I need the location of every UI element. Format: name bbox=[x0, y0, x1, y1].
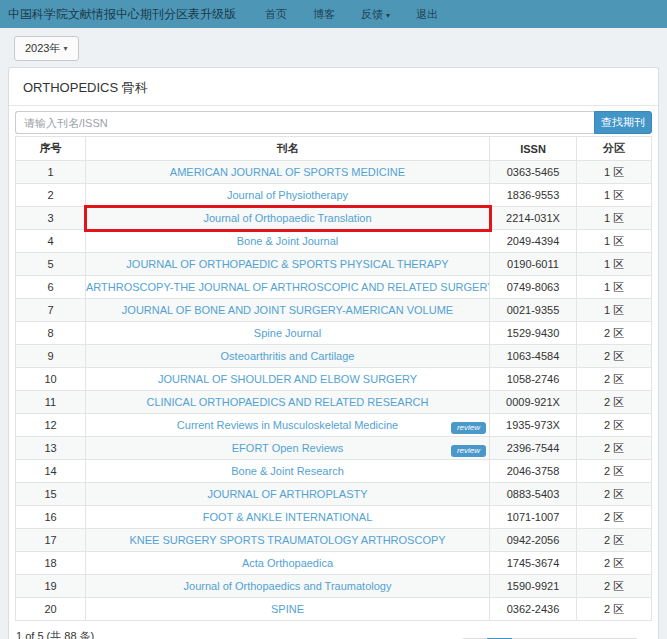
row-issn: 2046-3758 bbox=[490, 460, 577, 483]
row-index: 8 bbox=[16, 322, 86, 345]
highlighted-journal-cell: Journal of Orthopaedic Translation bbox=[86, 207, 490, 230]
journal-link[interactable]: Journal of Orthopaedic Translation bbox=[203, 212, 371, 224]
row-index: 1 bbox=[16, 161, 86, 184]
journal-cell: JOURNAL OF ORTHOPAEDIC & SPORTS PHYSICAL… bbox=[86, 253, 490, 276]
journal-cell: Bone & Joint Journal bbox=[86, 230, 490, 253]
table-row: 5JOURNAL OF ORTHOPAEDIC & SPORTS PHYSICA… bbox=[16, 253, 652, 276]
row-partition: 2 区 bbox=[577, 483, 652, 506]
journal-search-input[interactable] bbox=[15, 111, 594, 134]
row-partition: 2 区 bbox=[577, 368, 652, 391]
nav-item-feedback[interactable]: 反馈▾ bbox=[361, 7, 390, 22]
journal-cell: Acta Orthopaedica bbox=[86, 552, 490, 575]
journal-cell: Journal of Physiotherapy bbox=[86, 184, 490, 207]
year-dropdown-button[interactable]: 2023年 ▾ bbox=[14, 36, 79, 61]
journal-link[interactable]: Journal of Orthopaedics and Traumatology bbox=[184, 580, 392, 592]
row-index: 14 bbox=[16, 460, 86, 483]
journal-cell: Current Reviews in Musculoskeletal Medic… bbox=[86, 414, 490, 437]
table-row: 17KNEE SURGERY SPORTS TRAUMATOLOGY ARTHR… bbox=[16, 529, 652, 552]
journal-cell: CLINICAL ORTHOPAEDICS AND RELATED RESEAR… bbox=[86, 391, 490, 414]
header-index: 序号 bbox=[16, 137, 86, 161]
row-partition: 2 区 bbox=[577, 460, 652, 483]
table-row: 14Bone & Joint Research2046-37582 区 bbox=[16, 460, 652, 483]
journal-link[interactable]: Bone & Joint Research bbox=[231, 465, 344, 477]
nav-item-blog[interactable]: 博客 bbox=[313, 7, 335, 22]
row-index: 10 bbox=[16, 368, 86, 391]
row-issn: 1590-9921 bbox=[490, 575, 577, 598]
journal-link[interactable]: ARTHROSCOPY-THE JOURNAL OF ARTHROSCOPIC … bbox=[86, 281, 490, 293]
journal-panel: ORTHOPEDICS 骨科 查找期刊 序号 刊名 ISSN 分区 1AMERI… bbox=[8, 67, 659, 639]
journal-link[interactable]: KNEE SURGERY SPORTS TRAUMATOLOGY ARTHROS… bbox=[129, 534, 445, 546]
table-row: 8Spine Journal1529-94302 区 bbox=[16, 322, 652, 345]
table-footer: 1 of 5 (共 88 条) «12345» bbox=[15, 627, 652, 639]
row-index: 17 bbox=[16, 529, 86, 552]
row-partition: 1 区 bbox=[577, 253, 652, 276]
journal-link[interactable]: CLINICAL ORTHOPAEDICS AND RELATED RESEAR… bbox=[147, 396, 429, 408]
row-partition: 2 区 bbox=[577, 506, 652, 529]
table-row: 9Osteoarthritis and Cartilage1063-45842 … bbox=[16, 345, 652, 368]
search-journal-button[interactable]: 查找期刊 bbox=[594, 111, 652, 134]
nav-item-label: 退出 bbox=[416, 8, 438, 20]
journal-cell: JOURNAL OF SHOULDER AND ELBOW SURGERY bbox=[86, 368, 490, 391]
row-index: 20 bbox=[16, 598, 86, 621]
nav-item-logout[interactable]: 退出 bbox=[416, 7, 438, 22]
journal-link[interactable]: Journal of Physiotherapy bbox=[227, 189, 348, 201]
journal-link[interactable]: JOURNAL OF ARTHROPLASTY bbox=[207, 488, 367, 500]
journal-cell: JOURNAL OF BONE AND JOINT SURGERY-AMERIC… bbox=[86, 299, 490, 322]
nav-item-label: 反馈 bbox=[361, 8, 383, 20]
journal-cell: KNEE SURGERY SPORTS TRAUMATOLOGY ARTHROS… bbox=[86, 529, 490, 552]
journal-cell: Spine Journal bbox=[86, 322, 490, 345]
nav-item-home[interactable]: 首页 bbox=[265, 7, 287, 22]
table-row: 20SPINE0362-24362 区 bbox=[16, 598, 652, 621]
row-issn: 0363-5465 bbox=[490, 161, 577, 184]
table-row: 2Journal of Physiotherapy1836-95531 区 bbox=[16, 184, 652, 207]
row-partition: 2 区 bbox=[577, 345, 652, 368]
journal-cell: AMERICAN JOURNAL OF SPORTS MEDICINE bbox=[86, 161, 490, 184]
row-issn: 1058-2746 bbox=[490, 368, 577, 391]
row-issn: 1745-3674 bbox=[490, 552, 577, 575]
journal-link[interactable]: Acta Orthopaedica bbox=[242, 557, 333, 569]
row-partition: 2 区 bbox=[577, 414, 652, 437]
journal-link[interactable]: JOURNAL OF SHOULDER AND ELBOW SURGERY bbox=[158, 373, 417, 385]
row-issn: 0021-9355 bbox=[490, 299, 577, 322]
journal-link[interactable]: Osteoarthritis and Cartilage bbox=[221, 350, 355, 362]
review-badge: review bbox=[451, 445, 486, 457]
row-index: 2 bbox=[16, 184, 86, 207]
nav-item-label: 博客 bbox=[313, 8, 335, 20]
chevron-down-icon: ▾ bbox=[63, 44, 67, 53]
row-issn: 0883-5403 bbox=[490, 483, 577, 506]
journal-table-body: 1AMERICAN JOURNAL OF SPORTS MEDICINE0363… bbox=[16, 161, 652, 621]
row-index: 9 bbox=[16, 345, 86, 368]
table-row: 19Journal of Orthopaedics and Traumatolo… bbox=[16, 575, 652, 598]
row-issn: 2214-031X bbox=[490, 207, 577, 230]
row-index: 7 bbox=[16, 299, 86, 322]
journal-link[interactable]: Bone & Joint Journal bbox=[237, 235, 339, 247]
header-name: 刊名 bbox=[86, 137, 490, 161]
journal-table: 序号 刊名 ISSN 分区 1AMERICAN JOURNAL OF SPORT… bbox=[15, 136, 652, 621]
row-partition: 2 区 bbox=[577, 598, 652, 621]
journal-link[interactable]: EFORT Open Reviews bbox=[232, 442, 343, 454]
journal-link[interactable]: JOURNAL OF BONE AND JOINT SURGERY-AMERIC… bbox=[122, 304, 453, 316]
top-navbar: 中国科学院文献情报中心期刊分区表升级版 首页博客反馈▾退出 bbox=[0, 0, 667, 28]
table-row: 4Bone & Joint Journal2049-43941 区 bbox=[16, 230, 652, 253]
journal-cell: SPINE bbox=[86, 598, 490, 621]
row-index: 5 bbox=[16, 253, 86, 276]
row-partition: 2 区 bbox=[577, 552, 652, 575]
row-index: 16 bbox=[16, 506, 86, 529]
table-row: 10JOURNAL OF SHOULDER AND ELBOW SURGERY1… bbox=[16, 368, 652, 391]
journal-link[interactable]: FOOT & ANKLE INTERNATIONAL bbox=[203, 511, 373, 523]
row-index: 4 bbox=[16, 230, 86, 253]
table-row: 1AMERICAN JOURNAL OF SPORTS MEDICINE0363… bbox=[16, 161, 652, 184]
row-partition: 2 区 bbox=[577, 529, 652, 552]
journal-link[interactable]: Current Reviews in Musculoskeletal Medic… bbox=[177, 419, 398, 431]
row-index: 13 bbox=[16, 437, 86, 460]
header-partition: 分区 bbox=[577, 137, 652, 161]
journal-link[interactable]: AMERICAN JOURNAL OF SPORTS MEDICINE bbox=[170, 166, 405, 178]
journal-link[interactable]: JOURNAL OF ORTHOPAEDIC & SPORTS PHYSICAL… bbox=[126, 258, 448, 270]
row-index: 12 bbox=[16, 414, 86, 437]
journal-link[interactable]: SPINE bbox=[271, 603, 304, 615]
journal-link[interactable]: Spine Journal bbox=[254, 327, 321, 339]
table-row: 18Acta Orthopaedica1745-36742 区 bbox=[16, 552, 652, 575]
site-brand: 中国科学院文献情报中心期刊分区表升级版 bbox=[8, 6, 236, 23]
row-issn: 0942-2056 bbox=[490, 529, 577, 552]
row-index: 19 bbox=[16, 575, 86, 598]
